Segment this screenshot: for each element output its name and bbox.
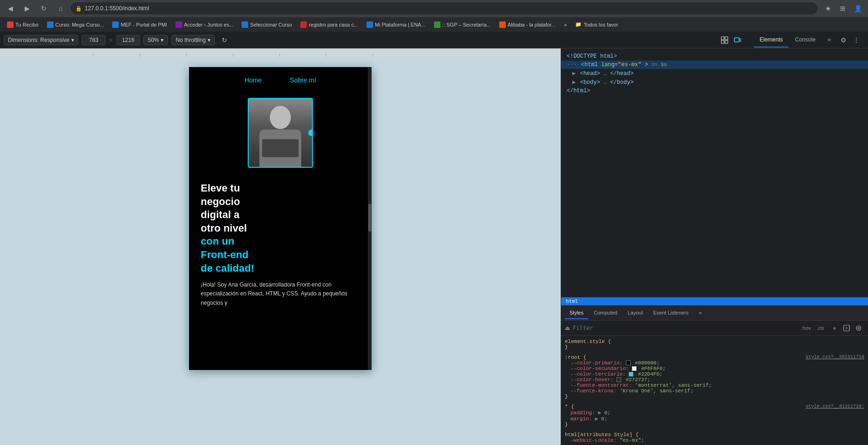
- bookmark-todos[interactable]: 📁 Todos los favor: [572, 20, 621, 29]
- tab-layout[interactable]: Layout: [623, 307, 648, 319]
- tree-tag-close: </body>: [610, 79, 633, 86]
- nav-sobre-link[interactable]: Sobre mí: [290, 76, 316, 84]
- tree-arrow: ▶: [572, 79, 579, 86]
- tab-elements[interactable]: Elements: [754, 33, 788, 48]
- bookmark-favicon: [499, 21, 506, 28]
- headline-cyan: con unFront-endde calidad!: [201, 235, 254, 274]
- inspect-element-button[interactable]: [719, 34, 731, 46]
- forward-button[interactable]: ▶: [20, 2, 34, 15]
- style-selector: * {: [565, 404, 574, 410]
- color-swatch[interactable]: [632, 366, 637, 371]
- bookmark-favicon: [176, 21, 182, 28]
- bookmark-favicon: [112, 21, 119, 28]
- style-value: #F6F6F6;: [641, 366, 666, 371]
- pseudo-hov-button[interactable]: :hov: [800, 325, 813, 331]
- tree-equals-note: == $0: [651, 62, 667, 68]
- tab-computed[interactable]: Computed: [589, 307, 622, 319]
- responsive-mode-button[interactable]: [732, 34, 744, 46]
- bookmark-tu-recibo[interactable]: Tu Recibo: [4, 20, 42, 29]
- reload-button[interactable]: ↻: [37, 2, 50, 15]
- bookmark-more[interactable]: »: [561, 21, 570, 29]
- bookmark-mef[interactable]: MEF - Portal de PMI: [109, 20, 170, 29]
- throttle-arrow-icon: ▾: [208, 37, 210, 43]
- frame-scrollbar[interactable]: [368, 67, 372, 370]
- scrollbar-thumb[interactable]: [368, 204, 371, 232]
- tab-styles[interactable]: Styles: [565, 307, 588, 319]
- style-source[interactable]: style.css?__61311716:: [806, 404, 864, 409]
- bookmark-mi-plataforma[interactable]: Mi Plataforma | ENA...: [363, 20, 429, 29]
- tree-line-html[interactable]: ··· <html lang="es-mx" > == $0: [561, 61, 868, 69]
- tree-tag: <head>: [580, 70, 600, 77]
- elements-tree[interactable]: <!DOCTYPE html> ··· <html lang="es-mx" >…: [561, 48, 868, 297]
- bookmark-label: Todos los favor: [583, 22, 618, 27]
- dimensions-dropdown[interactable]: Dimensions: Responsive ▾: [4, 35, 78, 45]
- bookmark-star-button[interactable]: ★: [821, 2, 834, 15]
- bookmark-favicon: [242, 21, 248, 28]
- tab-more-styles[interactable]: »: [694, 307, 706, 319]
- style-rule-element: element.style { }: [565, 339, 864, 350]
- bookmark-acceder[interactable]: Acceder ‹ Juntos es...: [172, 20, 237, 29]
- new-style-rule-button[interactable]: [841, 322, 852, 334]
- style-value: #000000;: [635, 360, 659, 366]
- tree-tag: <html: [581, 62, 598, 68]
- filter-icon: ⏏: [565, 325, 570, 331]
- toggle-properties-button[interactable]: [853, 322, 864, 334]
- style-property: --color-terciario:: [570, 371, 626, 377]
- width-input[interactable]: [82, 35, 105, 45]
- profile-button[interactable]: 👤: [851, 2, 864, 15]
- expand-arrow[interactable]: ▶: [598, 410, 604, 416]
- extensions-button[interactable]: ⊞: [836, 2, 849, 15]
- bookmark-mega-curso[interactable]: Curso: Mega Curso...: [44, 20, 108, 29]
- tab-event-listeners[interactable]: Event Listeners: [649, 307, 693, 319]
- zoom-dropdown[interactable]: 50% ▾: [143, 35, 168, 45]
- style-rule-html-attrs: html[Attributes Style] { -webkit-Locale:…: [565, 432, 864, 443]
- devtools-bottom-panel: Styles Computed Layout Event Listeners »…: [561, 305, 868, 445]
- color-swatch[interactable]: [629, 372, 633, 377]
- svg-rect-3: [725, 41, 728, 43]
- bookmark-registro[interactable]: registro para casa c...: [297, 20, 361, 29]
- nav-home-link[interactable]: Home: [244, 76, 262, 84]
- tree-arrow: ▶: [572, 70, 579, 77]
- devtools-settings-button[interactable]: ⚙: [837, 34, 849, 46]
- bookmark-label: Mi Plataforma | ENA...: [375, 22, 426, 27]
- tree-tag: <!DOCTYPE html>: [567, 53, 617, 60]
- pseudo-cls-button[interactable]: .cls: [815, 325, 827, 331]
- color-swatch[interactable]: [617, 377, 621, 382]
- bookmark-label: :: SGP – Secretaría...: [442, 22, 491, 27]
- tree-line-html-close[interactable]: </html>: [561, 87, 868, 95]
- tree-line-body[interactable]: ▶ <body> … </body>: [561, 78, 868, 87]
- responsive-toolbar: Dimensions: Responsive ▾ × 50% ▾ No thro…: [0, 32, 868, 48]
- devtools-panel-tabs: Elements Console » ⚙ ⋮: [754, 33, 862, 48]
- style-value: 'Krona One', sans-serif;: [620, 388, 693, 394]
- bookmark-alibaba[interactable]: Alibaba - la platafor...: [496, 20, 559, 29]
- svg-rect-0: [721, 37, 724, 40]
- tab-more[interactable]: »: [822, 33, 836, 48]
- styles-content[interactable]: element.style { } style.css?__561311716 …: [561, 336, 868, 445]
- address-bar[interactable]: 🔒 127.0.0.1:5500/index.html: [71, 2, 818, 14]
- website-frame: Home Sobre mí: [189, 67, 372, 370]
- style-close-brace: }: [565, 394, 568, 399]
- style-selector: html[Attributes Style] {: [565, 432, 638, 438]
- styles-filter-input[interactable]: [573, 325, 797, 331]
- tab-console[interactable]: Console: [789, 33, 821, 48]
- back-button[interactable]: ◀: [4, 2, 17, 15]
- add-style-button[interactable]: +: [829, 322, 840, 334]
- pseudo-buttons: :hov .cls: [800, 325, 826, 331]
- url-text: 127.0.0.1:5500/index.html: [85, 5, 149, 12]
- throttle-dropdown[interactable]: No throttling ▾: [171, 35, 215, 45]
- home-button[interactable]: ⌂: [54, 2, 67, 15]
- bookmark-seleccionar[interactable]: Seleccionar Curso: [238, 20, 295, 29]
- tree-line-head[interactable]: ▶ <head> … </head>: [561, 69, 868, 78]
- bookmark-folder-icon: 📁: [575, 21, 582, 27]
- style-source[interactable]: style.css?__561311716: [806, 355, 864, 360]
- height-input[interactable]: [116, 35, 140, 45]
- style-value: 0;: [604, 410, 610, 416]
- expand-arrow[interactable]: ▶: [595, 416, 601, 422]
- rotate-button[interactable]: ↻: [218, 34, 231, 46]
- tree-line-doctype[interactable]: <!DOCTYPE html>: [561, 52, 868, 61]
- bookmark-sgp[interactable]: :: SGP – Secretaría...: [431, 20, 494, 29]
- color-swatch[interactable]: [626, 361, 631, 365]
- style-rule-universal: style.css?__61311716: * { padding: ▶ 0; …: [565, 404, 864, 427]
- tree-ellipsis: …: [604, 70, 610, 77]
- devtools-more-button[interactable]: ⋮: [850, 34, 862, 46]
